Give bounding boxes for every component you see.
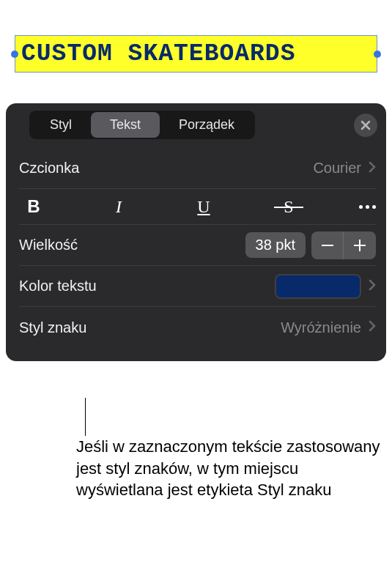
minus-icon [322,245,333,246]
svg-rect-0 [322,245,333,246]
selection-handle-left[interactable] [11,51,18,58]
callout-leader-line [85,398,86,436]
size-increase-button[interactable] [344,231,376,259]
italic-button[interactable]: I [104,197,133,217]
font-value: Courier [313,160,361,177]
char-style-row[interactable]: Styl znaku Wyróżnienie [19,307,376,348]
dot-icon [372,205,376,209]
format-panel: Styl Tekst Porządek Czcionka Courier B I… [6,103,386,361]
text-color-swatch[interactable] [275,274,361,299]
plus-icon [354,240,366,251]
tab-arrange[interactable]: Porządek [160,112,254,138]
bold-button[interactable]: B [19,196,48,217]
underline-button[interactable]: U [189,197,218,217]
close-button[interactable] [354,114,377,137]
char-style-label: Styl znaku [19,319,281,336]
canvas-area: CUSTOM SKATEBOARDS [0,0,392,94]
panel-header: Styl Tekst Porządek [6,103,386,145]
selection-handle-right[interactable] [374,51,381,58]
size-value-box[interactable]: 38 pkt [245,232,306,258]
dot-icon [359,205,363,209]
tab-style[interactable]: Styl [31,112,91,138]
size-decrease-button[interactable] [311,231,344,259]
tab-text[interactable]: Tekst [91,112,160,138]
font-row[interactable]: Czcionka Courier [19,148,376,189]
dot-icon [366,205,369,209]
size-stepper [311,231,376,259]
svg-rect-2 [354,245,366,246]
selected-text-box[interactable]: CUSTOM SKATEBOARDS [15,35,377,73]
text-color-label: Kolor tekstu [19,278,275,294]
callout-text: Jeśli w zaznaczonym tekście zastosowany … [76,436,380,501]
size-label: Wielkość [19,237,245,253]
chevron-right-icon [369,279,376,294]
text-color-row[interactable]: Kolor tekstu [19,266,376,307]
selected-text: CUSTOM SKATEBOARDS [21,40,295,67]
strikethrough-button[interactable]: S [274,197,303,217]
font-label: Czcionka [19,160,313,177]
chevron-right-icon [369,161,376,176]
size-row: Wielkość 38 pkt [19,225,376,266]
char-style-value: Wyróżnienie [281,319,361,336]
panel-body: Czcionka Courier B I U S Wielkość 38 pkt [6,145,386,355]
segmented-tabs: Styl Tekst Porządek [29,111,255,139]
close-icon [360,120,371,130]
chevron-right-icon [369,320,376,335]
text-style-row: B I U S [19,189,376,225]
more-options-button[interactable] [359,205,376,209]
